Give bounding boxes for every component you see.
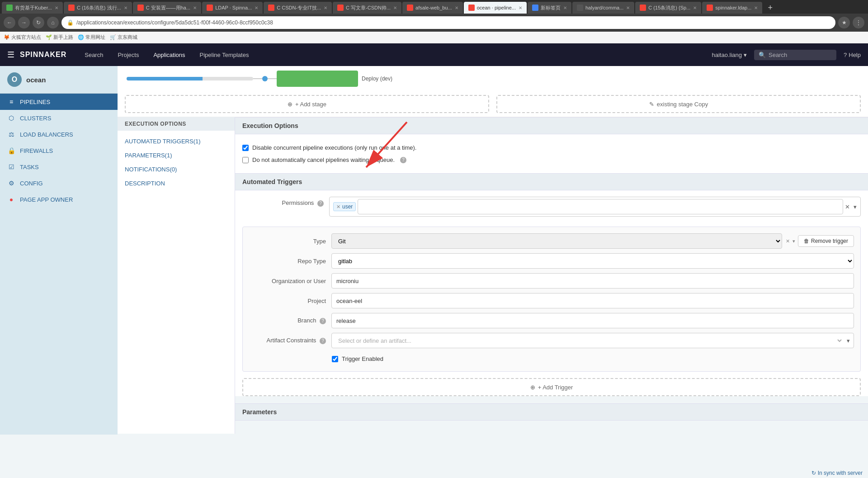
org-user-control: [331, 273, 854, 289]
user-menu[interactable]: haitao.liang ▾: [712, 52, 747, 58]
global-search[interactable]: 🔍: [754, 50, 836, 60]
sidebar-item-tasks[interactable]: ☑ TASKS: [0, 159, 118, 175]
help-icon: ?: [844, 52, 847, 58]
tab-3[interactable]: C 安装置——用ha... ✕: [133, 2, 201, 14]
content-area: Deploy (dev) ⊕ + Add stage ✎ existing st…: [118, 66, 868, 435]
form-area: Execution Options Disable concurrent pip…: [235, 117, 868, 434]
sidebar: O ocean ≡ PIPELINES ⬡ CLUSTERS ⚖ LOAD BA…: [0, 66, 118, 435]
disable-concurrent-label: Disable concurrent pipeline executions (…: [252, 144, 416, 151]
nav-projects[interactable]: Projects: [110, 43, 146, 66]
add-stage-plus-icon: ⊕: [288, 101, 292, 108]
branch-input[interactable]: [331, 313, 854, 328]
branch-label: Branch ?: [249, 317, 326, 324]
pipeline-visual: Deploy (dev): [118, 66, 868, 91]
tab-1[interactable]: 有货基于Kuber... ✕: [2, 2, 63, 14]
add-trigger-button[interactable]: ⊕ + Add Trigger: [242, 378, 861, 396]
tab-11[interactable]: C (15条消息) {Sp... ✕: [635, 2, 701, 14]
artifact-chevron-icon: ▾: [843, 337, 854, 344]
tag-dropdown-button[interactable]: ✕ ▾: [845, 204, 857, 210]
trigger-box: Type Git ✕ ▾ 🗑: [242, 227, 861, 372]
org-user-input[interactable]: [331, 273, 854, 289]
tab-7[interactable]: afsale-web_bu... ✕: [402, 2, 463, 14]
home-button[interactable]: ⌂: [47, 17, 59, 28]
type-chevron-icon: ▾: [793, 238, 795, 244]
no-cancel-checkbox[interactable]: [242, 157, 249, 163]
sidebar-item-config[interactable]: ⚙ CONFIG: [0, 175, 118, 191]
org-user-row: Organization or User: [249, 273, 854, 289]
tab-9[interactable]: 新标签页 ✕: [528, 2, 571, 14]
app-logo: SPINNAKER: [20, 51, 66, 59]
sidebar-item-page-app-owner[interactable]: ● PAGE APP OWNER: [0, 191, 118, 208]
bookmark-firefox[interactable]: 🦊 火狐官方站点: [4, 34, 41, 41]
tab-12[interactable]: spinnaker.ldap... ✕: [702, 2, 762, 14]
page-app-owner-icon: ●: [7, 196, 15, 203]
nav-search[interactable]: Search: [77, 43, 110, 66]
execution-options-header: Execution Options: [235, 118, 868, 134]
tab-6[interactable]: C 写文章-CSDN帅... ✕: [333, 2, 401, 14]
branch-info-icon[interactable]: ?: [320, 318, 326, 324]
reload-button[interactable]: ↻: [33, 17, 44, 28]
tab-favicon: [707, 5, 713, 11]
nav-pipeline-templates[interactable]: Pipeline Templates: [193, 43, 256, 66]
automated-triggers-card: Automated Triggers Permissions ?: [235, 173, 868, 396]
bookmarks-icon[interactable]: ★: [838, 17, 850, 28]
tab-favicon: [337, 5, 344, 11]
menu-icon[interactable]: ⋮: [853, 17, 864, 28]
back-button[interactable]: ←: [4, 17, 15, 28]
config-icon: ⚙: [7, 180, 15, 187]
copy-stage-button[interactable]: ✎ existing stage Copy: [496, 95, 861, 113]
repo-type-control: gitlab: [331, 253, 854, 269]
bookmark-newbie[interactable]: 🌱 新手上路: [46, 34, 73, 41]
search-input[interactable]: [769, 52, 832, 58]
new-tab-button[interactable]: +: [763, 2, 778, 14]
sidebar-app-name: ocean: [26, 76, 46, 84]
artifact-info-icon[interactable]: ?: [320, 338, 326, 344]
type-select-x[interactable]: ✕: [786, 238, 790, 244]
add-stage-button[interactable]: ⊕ + Add stage: [125, 95, 489, 113]
no-cancel-info-icon[interactable]: ?: [400, 157, 406, 163]
tab-8-active[interactable]: ocean · pipeline... ✕: [464, 2, 527, 14]
type-select[interactable]: Git: [331, 233, 782, 249]
sidebar-item-clusters[interactable]: ⬡ CLUSTERS: [0, 110, 118, 126]
forward-button[interactable]: →: [18, 17, 30, 28]
side-panel-item-triggers[interactable]: AUTOMATED TRIGGERS(1): [118, 134, 235, 148]
chevron-down-icon: ▾: [854, 204, 857, 210]
disable-concurrent-checkbox[interactable]: [242, 145, 249, 151]
type-control: Git ✕ ▾ 🗑 Remove trigger: [331, 233, 854, 249]
sidebar-item-pipelines[interactable]: ≡ PIPELINES: [0, 94, 118, 110]
tab-4[interactable]: LDAP · Spinna... ✕: [202, 2, 263, 14]
nav-applications[interactable]: Applications: [146, 43, 192, 66]
pipeline-progress-bar: [127, 77, 253, 80]
artifact-row: Artifact Constraints ? Select or define …: [249, 333, 854, 348]
remove-trigger-button[interactable]: 🗑 Remove trigger: [798, 235, 854, 247]
disable-concurrent-row: Disable concurrent pipeline executions (…: [242, 142, 861, 154]
tag-remove-icon[interactable]: ✕: [336, 204, 340, 210]
project-input[interactable]: [331, 293, 854, 308]
pipelines-icon: ≡: [7, 98, 15, 105]
tab-favicon: [407, 5, 413, 11]
trigger-enabled-row: Trigger Enabled: [332, 353, 854, 365]
trigger-enabled-checkbox[interactable]: [332, 356, 338, 362]
tab-2[interactable]: C (16条消息) 浅行... ✕: [64, 2, 132, 14]
permissions-info-icon[interactable]: ?: [317, 200, 324, 207]
bookmark-common[interactable]: 🌐 常用网址: [78, 34, 105, 41]
artifact-label: Artifact Constraints ?: [249, 337, 326, 344]
hamburger-menu[interactable]: ☰: [7, 50, 14, 60]
address-bar[interactable]: 🔒 /applications/ocean/executions/configu…: [61, 16, 835, 29]
tab-10[interactable]: halyard/comma... ✕: [572, 2, 634, 14]
tag-input-field[interactable]: [358, 199, 843, 214]
browser-tabs: 有货基于Kuber... ✕ C (16条消息) 浅行... ✕ C 安装置——…: [0, 0, 868, 14]
org-user-label: Organization or User: [249, 278, 326, 284]
side-panel-item-notifications[interactable]: NOTIFICATIONS(0): [118, 162, 235, 176]
bookmark-jd[interactable]: 🛒 京东商城: [110, 34, 137, 41]
artifact-select[interactable]: Select or define an artifact...: [332, 333, 843, 348]
tab-5[interactable]: C CSDN-专业IT技... ✕: [264, 2, 332, 14]
help-button[interactable]: ? Help: [844, 52, 861, 58]
tag-input-container[interactable]: ✕ user ✕ ▾: [329, 197, 861, 217]
side-panel-item-description[interactable]: DESCRIPTION: [118, 176, 235, 190]
side-panel-item-parameters[interactable]: PARAMETERS(1): [118, 148, 235, 162]
sidebar-item-load-balancers[interactable]: ⚖ LOAD BALANCERS: [0, 126, 118, 142]
sidebar-item-firewalls[interactable]: 🔒 FIREWALLS: [0, 142, 118, 159]
repo-type-select[interactable]: gitlab: [332, 254, 854, 268]
tab-favicon: [268, 5, 274, 11]
